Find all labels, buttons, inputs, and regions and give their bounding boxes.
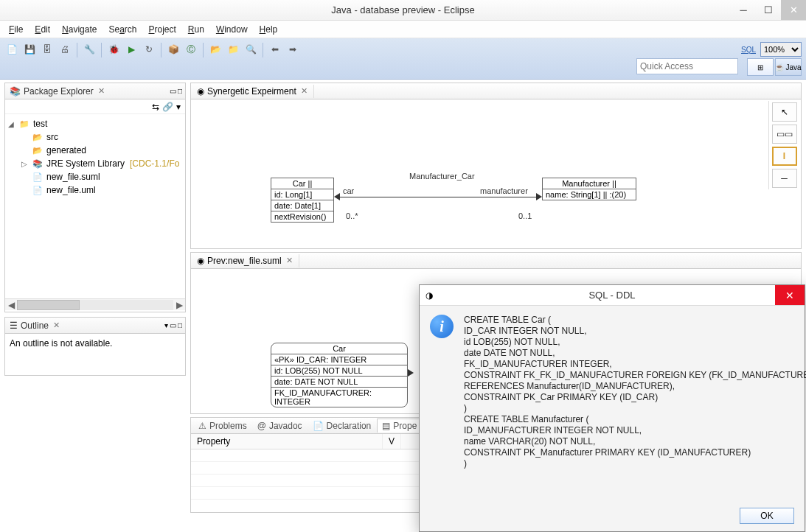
save-all-icon[interactable]: 🗄 — [41, 43, 54, 56]
scroll-track[interactable] — [17, 300, 173, 310]
sql-icon[interactable]: SQL — [742, 43, 755, 56]
close-button[interactable]: ✕ — [781, 0, 806, 20]
class-name: Manufacturer || — [543, 178, 636, 189]
maximize-view-icon[interactable]: □ — [178, 87, 182, 95]
maximize-button[interactable]: ☐ — [756, 0, 781, 20]
tree-node-src[interactable]: 📂 src — [7, 130, 184, 144]
menu-project[interactable]: Project — [144, 23, 180, 36]
collapse-icon[interactable]: ◢ — [7, 120, 15, 128]
outline-tab[interactable]: ☰ Outline ✕ — [5, 319, 64, 332]
diagram-editor-1: ◉ Synergetic Expeirment ✕ ↖ ▭▭ I ─ Car |… — [190, 83, 802, 249]
close-icon[interactable]: ✕ — [301, 86, 308, 96]
build-icon[interactable]: 🔧 — [83, 43, 96, 56]
palette-select-icon[interactable]: ↖ — [772, 102, 797, 122]
ok-button[interactable]: OK — [740, 508, 794, 524]
dialog-close-button[interactable]: ✕ — [775, 285, 805, 305]
outline-icon: ☰ — [10, 321, 18, 331]
arrow-head-right-icon — [408, 369, 414, 377]
class-attr: FK_ID_MANUFACTURER: INTEGER — [271, 388, 407, 407]
nav-back-icon[interactable]: ⬅ — [268, 43, 282, 56]
h-scrollbar[interactable]: ◀ ▶ — [5, 298, 185, 310]
collapse-all-icon[interactable]: ⇆ — [152, 102, 159, 112]
package-explorer-tab[interactable]: 📚 Package Explorer ✕ — [5, 85, 109, 98]
open-task-icon[interactable]: 📁 — [226, 43, 240, 56]
palette-class-icon[interactable]: ▭▭ — [772, 125, 797, 144]
save-icon[interactable]: 💾 — [23, 43, 36, 56]
outline-view: ☰ Outline ✕ ▾ ▭ □ An outline is not avai… — [4, 317, 186, 376]
maximize-view-icon[interactable]: □ — [178, 321, 182, 329]
uml-class-car-db[interactable]: Car «PK» ID_CAR: INTEGER id: LOB(255) NO… — [271, 343, 408, 407]
close-icon[interactable]: ✕ — [98, 86, 105, 96]
close-icon[interactable]: ✕ — [53, 321, 60, 330]
scroll-right-icon[interactable]: ▶ — [173, 300, 185, 310]
tree-node-uml[interactable]: 📄 new_file.uml — [7, 183, 184, 197]
tree-node-test[interactable]: ◢ 📁 test — [7, 117, 184, 130]
new-package-icon[interactable]: 📦 — [167, 43, 180, 56]
scroll-thumb[interactable] — [17, 300, 80, 310]
editor1-tab[interactable]: ◉ Synergetic Expeirment ✕ — [191, 85, 314, 98]
open-perspective-button[interactable]: ⊞ — [747, 58, 774, 76]
tree-node-generated[interactable]: 📂 generated — [7, 144, 184, 157]
package-tree[interactable]: ◢ 📁 test 📂 src 📂 generated ▷ 📚 JRE Syste… — [5, 114, 185, 298]
tab-label: Prope — [393, 421, 417, 431]
new-icon[interactable]: 📄 — [5, 43, 18, 56]
palette-note-icon[interactable]: I — [772, 147, 797, 166]
package-explorer-tabbar: 📚 Package Explorer ✕ ▭ □ — [5, 83, 185, 99]
uml-class-manufacturer[interactable]: Manufacturer || name: String[1] || :(20) — [542, 178, 636, 200]
tree-label: new_file.suml — [46, 172, 100, 182]
arrow-head-right-icon — [536, 193, 542, 200]
menu-bar: File Edit Navigate Search Project Run Wi… — [0, 21, 806, 38]
class-attr: date: DATE NOT NULL — [271, 377, 407, 388]
palette-assoc-icon[interactable]: ─ — [772, 169, 797, 188]
open-type-icon[interactable]: 📂 — [209, 43, 222, 56]
tab-properties[interactable]: ▤Prope — [377, 419, 422, 433]
tab-label: Javadoc — [269, 421, 302, 431]
tab-problems[interactable]: ⚠Problems — [194, 419, 251, 433]
java-perspective-button[interactable]: ☕Java — [775, 58, 802, 76]
tree-node-jre[interactable]: ▷ 📚 JRE System Library [CDC-1.1/Fo — [7, 157, 184, 170]
tab-javadoc[interactable]: @Javadoc — [253, 419, 307, 433]
debug-icon[interactable]: 🐞 — [107, 43, 120, 56]
diagram-canvas-1[interactable]: ↖ ▭▭ I ─ Car || id: Long[1] date: Date[1… — [191, 99, 801, 247]
col-property[interactable]: Property — [191, 434, 383, 449]
menu-navigate[interactable]: Navigate — [58, 23, 101, 36]
menu-file[interactable]: File — [4, 23, 27, 36]
print-icon[interactable]: 🖨 — [58, 43, 72, 56]
run-icon[interactable]: ▶ — [125, 43, 138, 56]
menu-window[interactable]: Window — [212, 23, 252, 36]
editor2-tab[interactable]: ◉ Prev:new_file.suml ✕ — [191, 254, 299, 267]
nav-fwd-icon[interactable]: ➡ — [286, 43, 299, 56]
dialog-titlebar[interactable]: ◑ SQL - DDL ✕ — [420, 285, 805, 306]
menu-help[interactable]: Help — [255, 23, 282, 36]
col-value[interactable]: V — [383, 434, 401, 449]
menu-search[interactable]: Search — [104, 23, 141, 36]
new-class-icon[interactable]: Ⓒ — [184, 43, 198, 56]
close-icon[interactable]: ✕ — [286, 256, 293, 265]
menu-edit[interactable]: Edit — [30, 23, 55, 36]
info-icon: i — [430, 315, 454, 338]
tree-label: test — [33, 119, 47, 129]
link-editor-icon[interactable]: 🔗 — [162, 102, 173, 112]
expand-icon[interactable]: ▷ — [20, 160, 29, 168]
view-menu-icon[interactable]: ▾ — [164, 321, 168, 329]
minimize-view-icon[interactable]: ▭ — [170, 87, 176, 95]
uml-class-car[interactable]: Car || id: Long[1] date: Date[1] nextRev… — [271, 178, 334, 223]
minimize-button[interactable]: ─ — [731, 0, 756, 20]
quick-access-input[interactable] — [636, 58, 738, 74]
zoom-select[interactable]: 100% — [760, 42, 802, 57]
eclipse-icon: ◑ — [425, 290, 433, 301]
sql-ddl-dialog: ◑ SQL - DDL ✕ i CREATE TABLE Car ( ID_CA… — [419, 284, 805, 532]
search-icon[interactable]: 🔍 — [244, 43, 257, 56]
view-menu-icon[interactable]: ▾ — [176, 102, 181, 112]
class-attr: date: Date[1] — [271, 200, 333, 211]
scroll-left-icon[interactable]: ◀ — [5, 300, 17, 310]
window-title: Java - database preview - Eclipse — [331, 4, 474, 15]
run-last-icon[interactable]: ↻ — [142, 43, 156, 56]
tab-declaration[interactable]: 📄Declaration — [308, 419, 376, 433]
tree-node-suml[interactable]: 📄 new_file.suml — [7, 170, 184, 183]
association-line[interactable] — [336, 197, 541, 197]
tree-label-suffix: [CDC-1.1/Fo — [130, 158, 179, 169]
mult-right-label: 0..1 — [518, 211, 532, 220]
minimize-view-icon[interactable]: ▭ — [170, 321, 176, 329]
menu-run[interactable]: Run — [184, 23, 209, 36]
